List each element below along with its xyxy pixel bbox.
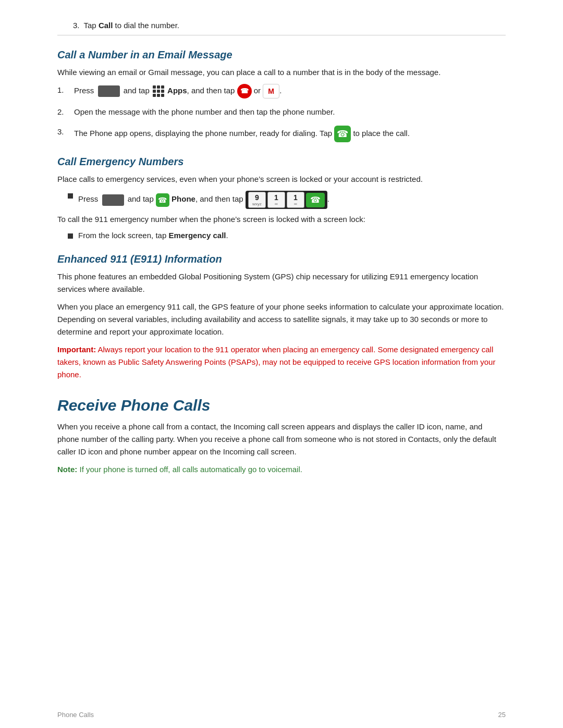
email-step3-text-before: The Phone app opens, displaying the phon… <box>74 129 332 138</box>
emergency-bullet-content: Press and tap ☎ Phone, and then tap 9wxy… <box>78 191 329 209</box>
email-step2-num: 2. <box>57 106 70 118</box>
emergency-intro: Place calls to emergency services, even … <box>57 173 506 186</box>
home-button-icon2 <box>102 194 124 206</box>
step3-num: 3. <box>73 21 80 30</box>
page-content: 3. Tap Call to dial the number. Call a N… <box>0 0 563 523</box>
phone-label: Phone <box>172 194 195 203</box>
lock-bullet-text-before: From the lock screen, tap <box>78 231 168 240</box>
receive-heading: Receive Phone Calls <box>57 397 506 414</box>
footer-left: Phone Calls <box>57 711 94 719</box>
lock-screen-text: To call the 911 emergency number when th… <box>57 213 506 226</box>
email-step1-content: Press and tap Apps, and then tap ☎ or M. <box>74 84 282 98</box>
email-section-heading: Call a Number in an Email Message <box>57 49 506 61</box>
note-body: If your phone is turned off, all calls a… <box>77 465 302 474</box>
section-receive: Receive Phone Calls When you receive a p… <box>57 397 506 476</box>
footer-right: 25 <box>498 711 506 719</box>
email-step3: 3. The Phone app opens, displaying the p… <box>57 126 506 142</box>
email-step2-text: Open the message with the phone number a… <box>74 106 335 118</box>
emergency-section-heading: Call Emergency Numbers <box>57 156 506 168</box>
emergency-call-bold: Emergency call <box>168 231 226 240</box>
lock-screen-bullet: From the lock screen, tap Emergency call… <box>68 231 506 240</box>
lock-bullet-text-after: . <box>226 231 228 240</box>
e911-para1: This phone features an embedded Global P… <box>57 270 506 295</box>
important-body: Always report your location to the 911 o… <box>57 345 495 379</box>
section-emergency: Call Emergency Numbers Place calls to em… <box>57 156 506 240</box>
lock-screen-bullet-content: From the lock screen, tap Emergency call… <box>78 231 228 240</box>
email-step1: 1. Press and tap Apps, and then tap ☎ or… <box>57 84 506 98</box>
email-step3-num: 3. <box>57 126 70 138</box>
email-step3-text-after: to place the call. <box>353 129 409 138</box>
phone-dialer-icon: ☎ <box>237 84 252 98</box>
call-green-btn: ☎ <box>306 193 325 207</box>
email-step2: 2. Open the message with the phone numbe… <box>57 106 506 118</box>
apps-grid-icon <box>153 85 164 97</box>
dial-key-1a: 1∞ <box>267 192 285 208</box>
bullet-icon <box>68 193 73 199</box>
receive-note: Note: If your phone is turned off, all c… <box>57 463 506 476</box>
email-step3-content: The Phone app opens, displaying the phon… <box>74 126 410 142</box>
step3-text: Tap Call to dial the number. <box>84 21 179 30</box>
phone-call-icon: ☎ <box>334 126 351 142</box>
email-step1-num: 1. <box>57 84 70 96</box>
step3-text-after: to dial the number. <box>113 21 179 30</box>
email-intro: While viewing an email or Gmail message,… <box>57 66 506 79</box>
receive-para1: When you receive a phone call from a con… <box>57 421 506 458</box>
dial-key-9: 9wxyz <box>248 192 266 208</box>
note-label: Note: <box>57 465 77 474</box>
e911-para2: When you place an emergency 911 call, th… <box>57 301 506 338</box>
divider <box>57 35 506 35</box>
step3-bold: Call <box>99 21 113 30</box>
gmail-icon: M <box>263 84 279 98</box>
emergency-bullet: Press and tap ☎ Phone, and then tap 9wxy… <box>68 191 506 209</box>
e911-important: Important: Always report your location t… <box>57 343 506 381</box>
section-email: Call a Number in an Email Message While … <box>57 49 506 142</box>
section-e911: Enhanced 911 (E911) Information This pho… <box>57 253 506 381</box>
footer: Phone Calls 25 <box>57 711 506 719</box>
e911-heading: Enhanced 911 (E911) Information <box>57 253 506 265</box>
dial-sequence: 9wxyz 1∞ 1∞ ☎ <box>246 191 327 209</box>
step3-top: 3. Tap Call to dial the number. <box>73 21 506 30</box>
important-label: Important: <box>57 345 96 354</box>
bullet-icon2 <box>68 233 73 239</box>
dial-key-1b: 1∞ <box>287 192 304 208</box>
home-button-icon <box>98 85 120 97</box>
phone-icon-small: ☎ <box>156 193 169 207</box>
apps-label: Apps <box>167 86 187 95</box>
